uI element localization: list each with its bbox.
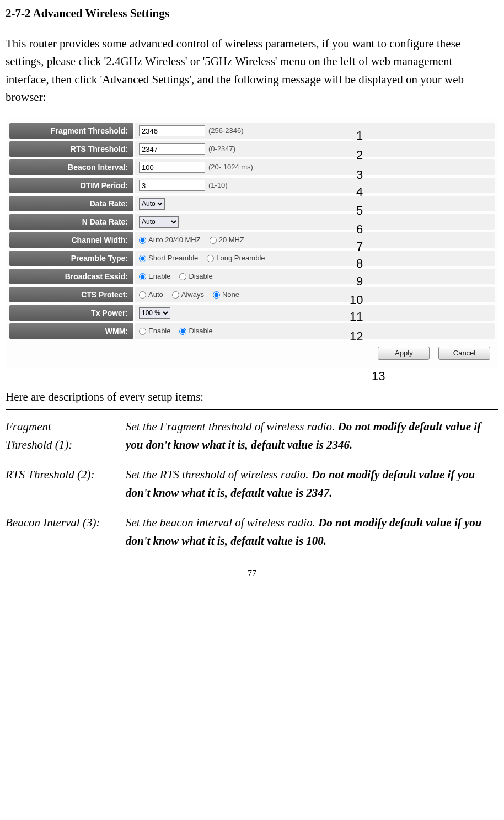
hint-fragment: (256-2346) — [208, 125, 244, 136]
radio-label: 20 MHZ — [219, 235, 244, 246]
section-heading: 2-7-2 Advanced Wireless Settings — [6, 4, 498, 23]
radio-label: Auto — [148, 289, 163, 300]
descriptions-intro: Here are descriptions of every setup ite… — [6, 388, 498, 406]
radio-preamble-long[interactable] — [207, 255, 214, 262]
input-dtim[interactable] — [139, 180, 205, 191]
desc-row-fragment: Fragment Threshold (1): Set the Fragment… — [6, 418, 498, 454]
label-chwidth: Channel Width: — [9, 232, 133, 248]
button-row: Apply Cancel — [9, 341, 495, 362]
label-rts: RTS Threshold: — [9, 141, 133, 157]
radio-label: Enable — [148, 271, 170, 282]
settings-panel: Fragment Threshold: (256-2346) RTS Thres… — [6, 119, 498, 368]
apply-button[interactable]: Apply — [378, 347, 430, 360]
radio-preamble-short[interactable] — [139, 255, 146, 262]
row-beacon: Beacon Interval: (20- 1024 ms) — [9, 159, 495, 176]
row-chwidth: Channel Width: Auto 20/40 MHZ 20 MHZ — [9, 232, 495, 249]
radio-label: Always — [181, 289, 204, 300]
screenshot-container: Fragment Threshold: (256-2346) RTS Thres… — [6, 119, 498, 368]
radio-bssid-disable[interactable] — [179, 273, 186, 280]
desc-term: RTS Threshold (2): — [6, 468, 94, 481]
label-wmm: WMM: — [9, 323, 133, 339]
desc-text: Set the beacon interval of wireless radi… — [126, 516, 318, 529]
row-tx: Tx Power: 100 % — [9, 305, 495, 322]
label-preamble: Preamble Type: — [9, 251, 133, 266]
divider — [6, 409, 498, 410]
desc-term: Threshold (1): — [6, 438, 72, 451]
radio-cts-none[interactable] — [213, 291, 220, 299]
radio-wmm-disable[interactable] — [179, 328, 186, 335]
desc-term: Fragment — [6, 420, 51, 433]
row-cts: CTS Protect: Auto Always None — [9, 286, 495, 303]
radio-chwidth-20[interactable] — [210, 237, 217, 244]
input-fragment[interactable] — [139, 125, 205, 136]
radio-label: Disable — [189, 271, 212, 282]
select-datarate[interactable]: Auto — [139, 198, 165, 210]
radio-cts-always[interactable] — [172, 291, 179, 299]
row-wmm: WMM: Enable Disable — [9, 323, 495, 340]
desc-row-rts: RTS Threshold (2): Set the RTS threshold… — [6, 466, 498, 502]
label-cts: CTS Protect: — [9, 287, 133, 302]
desc-term: Beacon Interval (3): — [6, 516, 100, 529]
row-bssid: Broadcast Essid: Enable Disable — [9, 268, 495, 285]
radio-cts-auto[interactable] — [139, 291, 146, 299]
input-rts[interactable] — [139, 143, 205, 155]
desc-row-beacon: Beacon Interval (3): Set the beacon inte… — [6, 514, 498, 550]
row-datarate: Data Rate: Auto — [9, 195, 495, 212]
label-beacon: Beacon Interval: — [9, 159, 133, 175]
label-bssid: Broadcast Essid: — [9, 269, 133, 284]
row-preamble: Preamble Type: Short Preamble Long Pream… — [9, 250, 495, 267]
radio-label: Short Preamble — [148, 253, 198, 264]
desc-text: Set the Fragment threshold of wireless r… — [126, 420, 338, 433]
radio-label: Long Preamble — [216, 253, 265, 264]
row-dtim: DTIM Period: (1-10) — [9, 177, 495, 194]
select-ndatarate[interactable]: Auto — [139, 216, 179, 228]
row-fragment: Fragment Threshold: (256-2346) — [9, 123, 495, 140]
label-dtim: DTIM Period: — [9, 178, 133, 193]
row-ndatarate: N Data Rate: Auto — [9, 214, 495, 231]
label-datarate: Data Rate: — [9, 196, 133, 211]
page-number: 77 — [6, 567, 498, 581]
radio-label: Auto 20/40 MHZ — [148, 235, 201, 246]
label-ndatarate: N Data Rate: — [9, 214, 133, 230]
radio-label: None — [222, 289, 239, 300]
hint-dtim: (1-10) — [208, 180, 228, 191]
radio-wmm-enable[interactable] — [139, 328, 146, 335]
callout-13: 13 — [372, 367, 385, 386]
select-tx[interactable]: 100 % — [139, 307, 170, 319]
input-beacon[interactable] — [139, 162, 205, 173]
hint-rts: (0-2347) — [208, 143, 235, 155]
desc-text: Set the RTS threshold of wireless radio. — [126, 468, 312, 481]
radio-chwidth-auto[interactable] — [139, 237, 146, 244]
row-rts: RTS Threshold: (0-2347) — [9, 141, 495, 158]
radio-label: Disable — [189, 326, 212, 337]
cancel-button[interactable]: Cancel — [438, 347, 490, 360]
radio-label: Enable — [148, 326, 170, 337]
label-tx: Tx Power: — [9, 305, 133, 321]
radio-bssid-enable[interactable] — [139, 273, 146, 280]
hint-beacon: (20- 1024 ms) — [208, 162, 253, 173]
intro-paragraph: This router provides some advanced contr… — [6, 35, 498, 107]
label-fragment: Fragment Threshold: — [9, 123, 133, 139]
